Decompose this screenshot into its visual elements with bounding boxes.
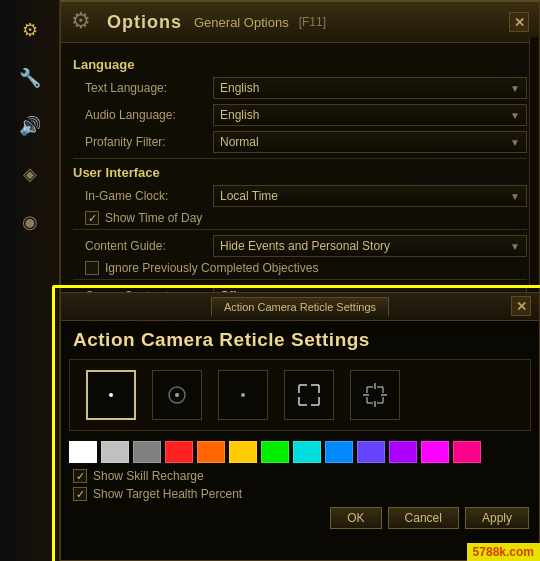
show-time-label: Show Time of Day bbox=[105, 211, 202, 225]
ignore-objectives-row: Ignore Previously Completed Objectives bbox=[73, 261, 527, 275]
color-swatch-11[interactable] bbox=[421, 441, 449, 463]
apply-button[interactable]: Apply bbox=[465, 507, 529, 529]
content-guide-label: Content Guide: bbox=[73, 239, 213, 253]
divider-3 bbox=[73, 279, 527, 280]
text-language-value: English bbox=[220, 81, 259, 95]
reticle-expand-icon bbox=[359, 379, 391, 411]
color-palette bbox=[61, 435, 539, 467]
text-language-row: Text Language: English ▼ bbox=[73, 76, 527, 100]
show-target-health-label: Show Target Health Percent bbox=[93, 487, 242, 501]
options-close-button[interactable]: ✕ bbox=[509, 12, 529, 32]
color-swatch-4[interactable] bbox=[197, 441, 225, 463]
audio-language-row: Audio Language: English ▼ bbox=[73, 103, 527, 127]
show-skill-recharge-label: Show Skill Recharge bbox=[93, 469, 204, 483]
color-swatch-3[interactable] bbox=[165, 441, 193, 463]
reticle-expand-option[interactable] bbox=[350, 370, 400, 420]
popup-title: Action Camera Reticle Settings bbox=[61, 321, 539, 355]
divider-2 bbox=[73, 229, 527, 230]
shield-icon[interactable]: ◈ bbox=[10, 154, 50, 194]
wrench-icon[interactable]: 🔧 bbox=[10, 58, 50, 98]
color-swatch-10[interactable] bbox=[389, 441, 417, 463]
profanity-arrow: ▼ bbox=[510, 137, 520, 148]
color-swatch-12[interactable] bbox=[453, 441, 481, 463]
audio-language-value: English bbox=[220, 108, 259, 122]
popup-close-button[interactable]: ✕ bbox=[511, 296, 531, 316]
ignore-objectives-checkbox[interactable] bbox=[85, 261, 99, 275]
color-swatch-8[interactable] bbox=[325, 441, 353, 463]
content-guide-value: Hide Events and Personal Story bbox=[220, 239, 390, 253]
clock-arrow: ▼ bbox=[510, 191, 520, 202]
audio-language-dropdown[interactable]: English ▼ bbox=[213, 104, 527, 126]
profanity-label: Profanity Filter: bbox=[73, 135, 213, 149]
reticle-plus-option[interactable] bbox=[218, 370, 268, 420]
clock-label: In-Game Clock: bbox=[73, 189, 213, 203]
reticle-bracket-option[interactable] bbox=[284, 370, 334, 420]
popup-titlebar: Action Camera Reticle Settings ✕ bbox=[61, 293, 539, 321]
ignore-objectives-label: Ignore Previously Completed Objectives bbox=[105, 261, 318, 275]
content-guide-dropdown[interactable]: Hide Events and Personal Story ▼ bbox=[213, 235, 527, 257]
ok-button[interactable]: OK bbox=[330, 507, 381, 529]
color-swatch-2[interactable] bbox=[133, 441, 161, 463]
watermark: 5788k.com bbox=[467, 543, 540, 561]
cancel-button[interactable]: Cancel bbox=[388, 507, 459, 529]
color-swatch-9[interactable] bbox=[357, 441, 385, 463]
options-titlebar: ⚙ Options General Options [F11] ✕ bbox=[61, 2, 539, 43]
reticle-options-row bbox=[69, 359, 531, 431]
clock-value: Local Time bbox=[220, 189, 278, 203]
options-window: ⚙ Options General Options [F11] ✕ Langua… bbox=[60, 0, 540, 337]
content-guide-arrow: ▼ bbox=[510, 241, 520, 252]
color-swatch-6[interactable] bbox=[261, 441, 289, 463]
scrollbar[interactable] bbox=[529, 37, 539, 287]
profanity-dropdown[interactable]: Normal ▼ bbox=[213, 131, 527, 153]
reticle-circle-dot-option[interactable] bbox=[152, 370, 202, 420]
text-language-dropdown[interactable]: English ▼ bbox=[213, 77, 527, 99]
audio-language-arrow: ▼ bbox=[510, 110, 520, 121]
show-target-health-checkbox[interactable] bbox=[73, 487, 87, 501]
show-skill-recharge-checkbox[interactable] bbox=[73, 469, 87, 483]
divider-1 bbox=[73, 158, 527, 159]
options-gear-icon: ⚙ bbox=[71, 8, 99, 36]
reticle-dot-icon bbox=[109, 393, 113, 397]
show-skill-recharge-row: Show Skill Recharge bbox=[61, 467, 539, 485]
reticle-dot-option[interactable] bbox=[86, 370, 136, 420]
audio-language-label: Audio Language: bbox=[73, 108, 213, 122]
color-swatch-1[interactable] bbox=[101, 441, 129, 463]
options-keybind: [F11] bbox=[299, 15, 326, 29]
content-guide-row: Content Guide: Hide Events and Personal … bbox=[73, 234, 527, 258]
reticle-circle-dot-icon bbox=[161, 379, 193, 411]
clock-dropdown[interactable]: Local Time ▼ bbox=[213, 185, 527, 207]
main-panel: ⚙ Options General Options [F11] ✕ Langua… bbox=[60, 0, 540, 561]
popup-tab[interactable]: Action Camera Reticle Settings bbox=[211, 297, 389, 316]
gear-icon[interactable]: ⚙ bbox=[10, 10, 50, 50]
palette-icon[interactable]: ◉ bbox=[10, 202, 50, 242]
svg-point-2 bbox=[241, 393, 245, 397]
sound-icon[interactable]: 🔊 bbox=[10, 106, 50, 146]
profanity-value: Normal bbox=[220, 135, 259, 149]
color-swatch-0[interactable] bbox=[69, 441, 97, 463]
color-swatch-5[interactable] bbox=[229, 441, 257, 463]
options-title: Options bbox=[107, 12, 182, 33]
language-section-label: Language bbox=[73, 57, 527, 72]
reticle-plus-icon bbox=[227, 379, 259, 411]
options-subtitle: General Options bbox=[194, 15, 289, 30]
sidebar: ⚙ 🔧 🔊 ◈ ◉ bbox=[0, 0, 60, 561]
text-language-arrow: ▼ bbox=[510, 83, 520, 94]
reticle-bracket-icon bbox=[293, 379, 325, 411]
clock-row: In-Game Clock: Local Time ▼ bbox=[73, 184, 527, 208]
popup-buttons: OK Cancel Apply bbox=[61, 503, 539, 535]
action-camera-popup: Action Camera Reticle Settings ✕ Action … bbox=[60, 292, 540, 561]
color-swatch-7[interactable] bbox=[293, 441, 321, 463]
svg-point-0 bbox=[175, 393, 179, 397]
ui-section-label: User Interface bbox=[73, 165, 527, 180]
show-time-checkbox[interactable] bbox=[85, 211, 99, 225]
profanity-row: Profanity Filter: Normal ▼ bbox=[73, 130, 527, 154]
show-time-row: Show Time of Day bbox=[73, 211, 527, 225]
show-target-health-row: Show Target Health Percent bbox=[61, 485, 539, 503]
text-language-label: Text Language: bbox=[73, 81, 213, 95]
